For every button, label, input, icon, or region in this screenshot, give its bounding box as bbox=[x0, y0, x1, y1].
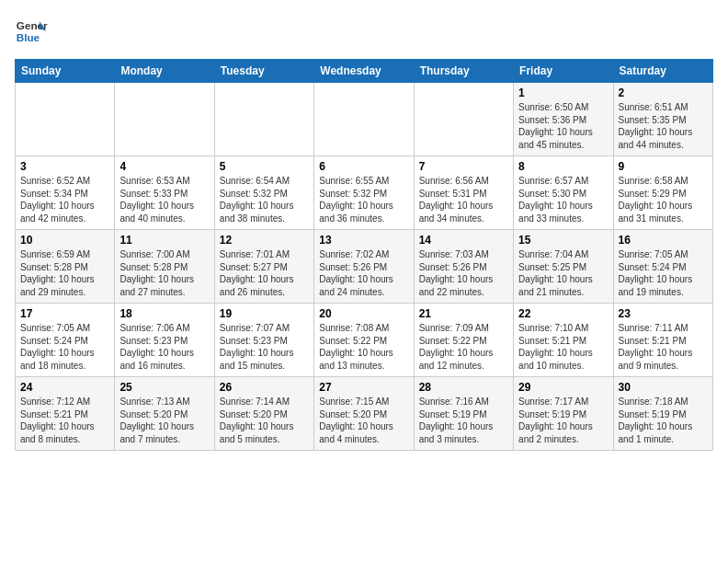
page-header: General Blue bbox=[15, 15, 713, 48]
calendar-week-2: 3Sunrise: 6:52 AM Sunset: 5:34 PM Daylig… bbox=[16, 156, 713, 230]
day-number: 5 bbox=[220, 160, 309, 173]
day-info: Sunrise: 6:53 AM Sunset: 5:33 PM Dayligh… bbox=[119, 175, 209, 224]
calendar-cell: 25Sunrise: 7:13 AM Sunset: 5:20 PM Dayli… bbox=[115, 377, 214, 451]
calendar-cell: 1Sunrise: 6:50 AM Sunset: 5:36 PM Daylig… bbox=[514, 83, 613, 156]
day-info: Sunrise: 7:15 AM Sunset: 5:20 PM Dayligh… bbox=[319, 396, 408, 445]
day-info: Sunrise: 7:06 AM Sunset: 5:23 PM Dayligh… bbox=[119, 322, 209, 372]
logo-icon: General Blue bbox=[15, 15, 48, 48]
day-info: Sunrise: 7:01 AM Sunset: 5:27 PM Dayligh… bbox=[220, 248, 309, 298]
calendar-cell: 27Sunrise: 7:15 AM Sunset: 5:20 PM Dayli… bbox=[314, 377, 414, 451]
day-info: Sunrise: 7:10 AM Sunset: 5:21 PM Dayligh… bbox=[518, 322, 608, 372]
day-info: Sunrise: 6:54 AM Sunset: 5:32 PM Dayligh… bbox=[220, 175, 309, 224]
calendar-cell: 7Sunrise: 6:56 AM Sunset: 5:31 PM Daylig… bbox=[414, 156, 513, 230]
day-number: 29 bbox=[518, 381, 608, 394]
day-number: 7 bbox=[419, 160, 508, 173]
calendar-cell: 16Sunrise: 7:05 AM Sunset: 5:24 PM Dayli… bbox=[613, 230, 712, 304]
day-info: Sunrise: 6:52 AM Sunset: 5:34 PM Dayligh… bbox=[20, 175, 109, 224]
calendar-cell: 4Sunrise: 6:53 AM Sunset: 5:33 PM Daylig… bbox=[115, 156, 214, 230]
day-info: Sunrise: 6:56 AM Sunset: 5:31 PM Dayligh… bbox=[419, 175, 508, 224]
calendar-cell: 12Sunrise: 7:01 AM Sunset: 5:27 PM Dayli… bbox=[214, 230, 313, 304]
day-info: Sunrise: 7:13 AM Sunset: 5:20 PM Dayligh… bbox=[119, 396, 209, 445]
calendar-header-row: SundayMondayTuesdayWednesdayThursdayFrid… bbox=[16, 60, 713, 83]
day-number: 17 bbox=[20, 307, 109, 320]
day-info: Sunrise: 7:12 AM Sunset: 5:21 PM Dayligh… bbox=[20, 396, 109, 445]
calendar-week-5: 24Sunrise: 7:12 AM Sunset: 5:21 PM Dayli… bbox=[16, 377, 713, 451]
day-number: 13 bbox=[319, 234, 408, 247]
day-number: 20 bbox=[319, 307, 408, 320]
calendar-cell: 9Sunrise: 6:58 AM Sunset: 5:29 PM Daylig… bbox=[613, 156, 712, 230]
calendar-cell: 29Sunrise: 7:17 AM Sunset: 5:19 PM Dayli… bbox=[514, 377, 613, 451]
day-info: Sunrise: 7:04 AM Sunset: 5:25 PM Dayligh… bbox=[518, 248, 608, 298]
calendar-week-4: 17Sunrise: 7:05 AM Sunset: 5:24 PM Dayli… bbox=[16, 304, 713, 377]
day-info: Sunrise: 6:58 AM Sunset: 5:29 PM Dayligh… bbox=[619, 175, 708, 224]
calendar-cell: 11Sunrise: 7:00 AM Sunset: 5:28 PM Dayli… bbox=[115, 230, 214, 304]
day-number: 10 bbox=[20, 234, 109, 247]
svg-text:Blue: Blue bbox=[17, 31, 40, 43]
day-info: Sunrise: 7:00 AM Sunset: 5:28 PM Dayligh… bbox=[119, 248, 209, 298]
day-number: 21 bbox=[419, 307, 508, 320]
calendar-cell bbox=[214, 83, 313, 156]
calendar-cell bbox=[314, 83, 414, 156]
day-info: Sunrise: 7:05 AM Sunset: 5:24 PM Dayligh… bbox=[20, 322, 109, 372]
calendar-cell bbox=[115, 83, 214, 156]
calendar-cell: 10Sunrise: 6:59 AM Sunset: 5:28 PM Dayli… bbox=[16, 230, 115, 304]
day-info: Sunrise: 7:08 AM Sunset: 5:22 PM Dayligh… bbox=[319, 322, 408, 372]
day-info: Sunrise: 7:02 AM Sunset: 5:26 PM Dayligh… bbox=[319, 248, 408, 298]
day-info: Sunrise: 6:51 AM Sunset: 5:35 PM Dayligh… bbox=[619, 101, 708, 151]
calendar-cell: 8Sunrise: 6:57 AM Sunset: 5:30 PM Daylig… bbox=[514, 156, 613, 230]
calendar-cell: 28Sunrise: 7:16 AM Sunset: 5:19 PM Dayli… bbox=[414, 377, 513, 451]
day-number: 26 bbox=[220, 381, 309, 394]
day-info: Sunrise: 6:50 AM Sunset: 5:36 PM Dayligh… bbox=[518, 101, 608, 151]
day-info: Sunrise: 6:57 AM Sunset: 5:30 PM Dayligh… bbox=[518, 175, 608, 224]
day-number: 4 bbox=[119, 160, 209, 173]
day-info: Sunrise: 7:05 AM Sunset: 5:24 PM Dayligh… bbox=[619, 248, 708, 298]
day-number: 11 bbox=[119, 234, 209, 247]
day-number: 6 bbox=[319, 160, 408, 173]
day-number: 3 bbox=[20, 160, 109, 173]
calendar-header-saturday: Saturday bbox=[613, 60, 712, 83]
day-number: 1 bbox=[518, 86, 608, 99]
day-info: Sunrise: 6:59 AM Sunset: 5:28 PM Dayligh… bbox=[20, 248, 109, 298]
day-number: 2 bbox=[619, 86, 708, 99]
day-info: Sunrise: 7:14 AM Sunset: 5:20 PM Dayligh… bbox=[220, 396, 309, 445]
day-number: 9 bbox=[619, 160, 708, 173]
calendar-header-thursday: Thursday bbox=[414, 60, 513, 83]
calendar-week-3: 10Sunrise: 6:59 AM Sunset: 5:28 PM Dayli… bbox=[16, 230, 713, 304]
day-number: 23 bbox=[619, 307, 708, 320]
day-info: Sunrise: 7:03 AM Sunset: 5:26 PM Dayligh… bbox=[419, 248, 508, 298]
calendar-cell: 14Sunrise: 7:03 AM Sunset: 5:26 PM Dayli… bbox=[414, 230, 513, 304]
calendar-cell: 3Sunrise: 6:52 AM Sunset: 5:34 PM Daylig… bbox=[16, 156, 115, 230]
day-number: 19 bbox=[220, 307, 309, 320]
day-info: Sunrise: 7:07 AM Sunset: 5:23 PM Dayligh… bbox=[220, 322, 309, 372]
day-info: Sunrise: 7:11 AM Sunset: 5:21 PM Dayligh… bbox=[619, 322, 708, 372]
day-info: Sunrise: 7:17 AM Sunset: 5:19 PM Dayligh… bbox=[518, 396, 608, 445]
calendar-cell: 17Sunrise: 7:05 AM Sunset: 5:24 PM Dayli… bbox=[16, 304, 115, 377]
calendar-cell: 26Sunrise: 7:14 AM Sunset: 5:20 PM Dayli… bbox=[214, 377, 313, 451]
day-number: 12 bbox=[220, 234, 309, 247]
day-number: 22 bbox=[518, 307, 608, 320]
calendar-cell: 24Sunrise: 7:12 AM Sunset: 5:21 PM Dayli… bbox=[16, 377, 115, 451]
calendar-cell: 18Sunrise: 7:06 AM Sunset: 5:23 PM Dayli… bbox=[115, 304, 214, 377]
calendar-cell: 13Sunrise: 7:02 AM Sunset: 5:26 PM Dayli… bbox=[314, 230, 414, 304]
day-info: Sunrise: 7:18 AM Sunset: 5:19 PM Dayligh… bbox=[619, 396, 708, 445]
logo: General Blue bbox=[15, 15, 48, 48]
day-info: Sunrise: 6:55 AM Sunset: 5:32 PM Dayligh… bbox=[319, 175, 408, 224]
calendar-table: SundayMondayTuesdayWednesdayThursdayFrid… bbox=[15, 59, 713, 451]
day-number: 14 bbox=[419, 234, 508, 247]
calendar-header-monday: Monday bbox=[115, 60, 214, 83]
calendar-cell: 6Sunrise: 6:55 AM Sunset: 5:32 PM Daylig… bbox=[314, 156, 414, 230]
day-number: 27 bbox=[319, 381, 408, 394]
calendar-header-wednesday: Wednesday bbox=[314, 60, 414, 83]
calendar-cell: 21Sunrise: 7:09 AM Sunset: 5:22 PM Dayli… bbox=[414, 304, 513, 377]
day-number: 8 bbox=[518, 160, 608, 173]
calendar-cell bbox=[16, 83, 115, 156]
day-info: Sunrise: 7:09 AM Sunset: 5:22 PM Dayligh… bbox=[419, 322, 508, 372]
day-info: Sunrise: 7:16 AM Sunset: 5:19 PM Dayligh… bbox=[419, 396, 508, 445]
calendar-cell: 23Sunrise: 7:11 AM Sunset: 5:21 PM Dayli… bbox=[613, 304, 712, 377]
day-number: 30 bbox=[619, 381, 708, 394]
day-number: 15 bbox=[518, 234, 608, 247]
calendar-week-1: 1Sunrise: 6:50 AM Sunset: 5:36 PM Daylig… bbox=[16, 83, 713, 156]
calendar-cell: 15Sunrise: 7:04 AM Sunset: 5:25 PM Dayli… bbox=[514, 230, 613, 304]
day-number: 24 bbox=[20, 381, 109, 394]
calendar-cell: 30Sunrise: 7:18 AM Sunset: 5:19 PM Dayli… bbox=[613, 377, 712, 451]
